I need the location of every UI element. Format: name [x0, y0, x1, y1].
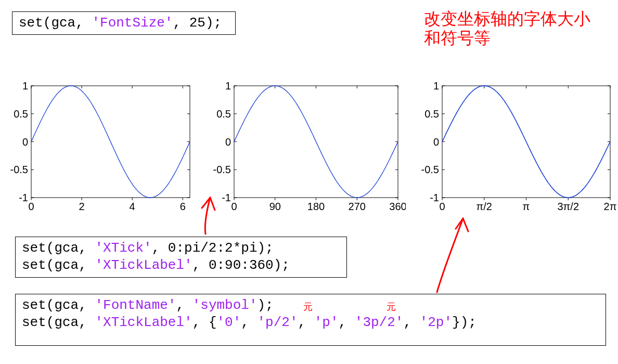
- svg-text:0: 0: [22, 136, 28, 148]
- svg-text:2π: 2π: [604, 201, 617, 212]
- code-text: set(gca,: [22, 297, 95, 313]
- code-text: ,: [339, 315, 355, 330]
- svg-text:0: 0: [28, 201, 34, 212]
- svg-text:0: 0: [433, 136, 439, 148]
- chart-2: 090180270360-1-0.500.51: [203, 81, 406, 216]
- code-line: set(gca, 'XTick', 0:pi/2:2*pi);: [22, 240, 274, 256]
- code-text: set(gca,: [22, 240, 95, 256]
- svg-text:π: π: [523, 201, 530, 212]
- svg-text:-1: -1: [430, 192, 439, 203]
- code-line: set(gca, 'XTickLabel', {'0', 'p/2', 'p',…: [22, 315, 477, 330]
- svg-text:3π/2: 3π/2: [557, 201, 579, 212]
- svg-text:0: 0: [439, 201, 445, 212]
- code-text: set(gca,: [22, 315, 95, 330]
- hand-mark-1: 元: [303, 302, 313, 313]
- code-text: set(gca,: [19, 15, 92, 31]
- svg-text:0.5: 0.5: [424, 108, 439, 120]
- chart-1: 0246-1-0.500.51: [0, 81, 198, 216]
- code-text: ,: [176, 297, 192, 313]
- code-string: 'XTick': [95, 240, 151, 256]
- svg-text:270: 270: [349, 201, 366, 212]
- svg-text:6: 6: [180, 201, 186, 212]
- code-box-top: set(gca, 'FontSize', 25);: [12, 11, 236, 35]
- svg-text:1: 1: [225, 81, 231, 92]
- code-text: set(gca,: [22, 257, 95, 273]
- code-text: , {: [192, 315, 217, 330]
- svg-text:0.5: 0.5: [216, 108, 231, 120]
- code-text: ,: [298, 315, 314, 330]
- svg-text:0: 0: [231, 201, 237, 212]
- svg-text:1: 1: [433, 81, 439, 92]
- svg-text:180: 180: [307, 201, 325, 212]
- svg-text:-1: -1: [222, 192, 231, 203]
- svg-text:90: 90: [269, 201, 281, 212]
- annotation-line: 改变坐标轴的字体大小: [424, 9, 590, 29]
- hand-mark-2: 元: [387, 302, 396, 313]
- annotation-line: 和符号等: [424, 29, 590, 48]
- code-text: , 0:pi/2:2*pi);: [152, 240, 274, 256]
- svg-text:0.5: 0.5: [14, 108, 28, 120]
- svg-text:4: 4: [130, 201, 135, 212]
- chart-3: 0π/2π3π/22π-1-0.500.51: [411, 81, 618, 216]
- code-text: , 25);: [173, 15, 222, 31]
- svg-text:-1: -1: [19, 192, 28, 203]
- svg-text:-0.5: -0.5: [213, 164, 231, 175]
- code-string: 'FontSize': [92, 15, 173, 31]
- code-string: 'symbol': [192, 297, 258, 313]
- code-string: 'XTickLabel': [95, 315, 192, 330]
- svg-text:π/2: π/2: [477, 201, 492, 212]
- svg-text:0: 0: [225, 136, 231, 148]
- code-text: );: [258, 297, 274, 313]
- code-string: '3p/2': [355, 315, 404, 330]
- code-line: set(gca, 'FontSize', 25);: [19, 15, 222, 31]
- code-box-middle: set(gca, 'XTick', 0:pi/2:2*pi); set(gca,…: [15, 237, 347, 278]
- charts-row: 0246-1-0.500.51 090180270360-1-0.500.51 …: [0, 81, 618, 216]
- annotation-chinese: 改变坐标轴的字体大小 和符号等: [424, 9, 590, 48]
- code-string: '2p': [420, 315, 452, 330]
- svg-text:-0.5: -0.5: [10, 164, 28, 175]
- code-string: 'XTickLabel': [95, 257, 192, 273]
- code-text: ,: [403, 315, 419, 330]
- code-string: 'FontName': [95, 297, 176, 313]
- code-line: set(gca, 'XTickLabel', 0:90:360);: [22, 257, 290, 273]
- code-string: 'p': [314, 315, 339, 330]
- svg-text:1: 1: [22, 81, 28, 92]
- svg-text:360: 360: [389, 201, 406, 212]
- svg-text:-0.5: -0.5: [421, 164, 439, 175]
- code-text: ,: [241, 315, 257, 330]
- code-string: '0': [216, 315, 241, 330]
- code-line: set(gca, 'FontName', 'symbol');: [22, 297, 274, 313]
- code-string: 'p/2': [258, 315, 298, 330]
- code-text: });: [452, 315, 477, 330]
- code-text: , 0:90:360);: [192, 257, 290, 273]
- svg-text:2: 2: [79, 201, 85, 212]
